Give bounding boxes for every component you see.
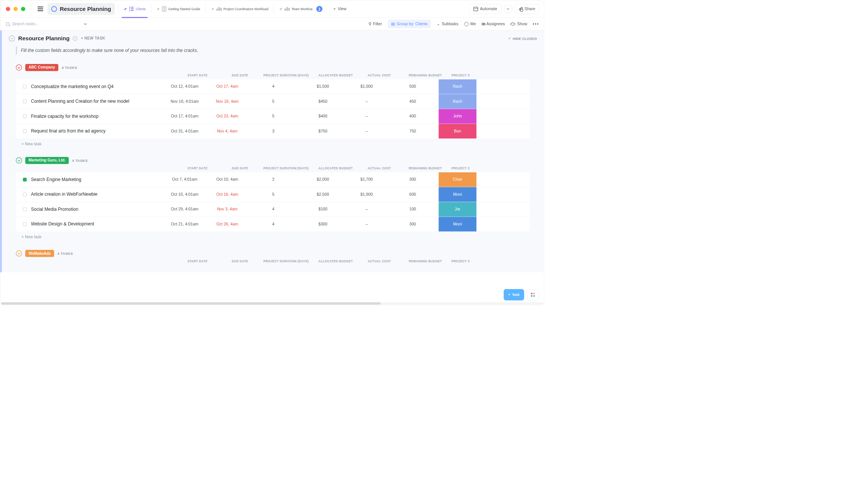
remaining-budget[interactable]: 500 <box>387 84 439 89</box>
fab-apps[interactable] <box>527 289 539 300</box>
search-wrap[interactable] <box>6 21 86 26</box>
maximize-window[interactable] <box>21 7 25 11</box>
menu-toggle[interactable] <box>35 4 46 14</box>
table-row[interactable]: Finalize capacity for the workshop Oct 1… <box>16 109 530 124</box>
start-date[interactable]: Oct 29, 4:01am <box>162 207 207 212</box>
group-name[interactable]: ABC Company <box>25 64 58 71</box>
col-4[interactable]: ALLOCATED BUDGET <box>312 73 359 77</box>
section-collapse[interactable] <box>9 35 15 41</box>
task-checkbox[interactable] <box>23 222 27 226</box>
content-scroll[interactable]: Resource Planning i + NEW TASK ✓HIDE CLO… <box>0 30 544 305</box>
due-date[interactable]: Oct 26, 4am <box>207 222 248 227</box>
actual-cost[interactable]: $1,900 <box>347 192 387 197</box>
actual-cost[interactable]: – <box>347 129 387 134</box>
allocated-budget[interactable]: $300 <box>299 222 346 227</box>
page-title-chip[interactable]: Resource Planning <box>47 3 115 15</box>
actual-cost[interactable]: $1,000 <box>347 84 387 89</box>
group-collapse[interactable] <box>16 64 22 70</box>
col-2[interactable]: DUE DATE <box>220 73 260 77</box>
subtasks-button[interactable]: ⌄Subtasks <box>437 21 458 26</box>
start-date[interactable]: Oct 21, 4:01am <box>162 222 207 227</box>
task-checkbox[interactable] <box>23 114 27 118</box>
col-3[interactable]: PROJECT DURATION (DAYS) <box>260 166 312 170</box>
automate-dropdown[interactable] <box>504 5 512 13</box>
actual-cost[interactable]: – <box>347 222 387 227</box>
actual-cost[interactable]: – <box>347 114 387 119</box>
task-name[interactable]: Website Design & Development <box>31 221 94 227</box>
task-checkbox[interactable] <box>23 85 27 88</box>
start-date[interactable]: Oct 17, 4:01am <box>162 114 207 119</box>
col-3[interactable]: PROJECT DURATION (DAYS) <box>260 73 312 77</box>
start-date[interactable]: Oct 10, 4:01am <box>162 192 207 197</box>
project-owner[interactable]: Rach <box>439 94 476 109</box>
remaining-budget[interactable]: 300 <box>387 222 439 227</box>
remaining-budget[interactable]: 450 <box>387 99 439 104</box>
col-6[interactable]: REMAINING BUDGET <box>399 259 451 263</box>
remaining-budget[interactable]: 600 <box>387 192 439 197</box>
project-owner[interactable]: Jar <box>439 202 476 217</box>
remaining-budget[interactable]: 400 <box>387 114 439 119</box>
due-date[interactable]: Nov 16, 4am <box>207 99 248 104</box>
table-row[interactable]: Conceptualize the marketing event on Q4 … <box>16 79 530 94</box>
col-3[interactable]: PROJECT DURATION (DAYS) <box>260 259 312 263</box>
search-input[interactable] <box>12 21 55 26</box>
actual-cost[interactable]: – <box>347 207 387 212</box>
tab-coordinators-workload[interactable]: Project Coordinators Workload <box>209 0 270 17</box>
table-row[interactable]: Content Planning and Creation for the ne… <box>16 94 530 109</box>
remaining-budget[interactable]: 750 <box>387 129 439 134</box>
project-owner[interactable]: Moni <box>439 217 476 231</box>
col-6[interactable]: REMAINING BUDGET <box>399 166 451 170</box>
start-date[interactable]: Oct 12, 4:01am <box>162 84 207 89</box>
groupby-button[interactable]: ▤Group by: Clients <box>388 20 431 28</box>
remaining-budget[interactable]: 100 <box>387 207 439 212</box>
col-1[interactable]: START DATE <box>175 259 220 263</box>
allocated-budget[interactable]: $100 <box>299 207 346 212</box>
table-row[interactable]: Request final arts from the ad agency Oc… <box>16 124 530 138</box>
task-name[interactable]: Conceptualize the marketing event on Q4 <box>31 84 113 90</box>
due-date[interactable]: Oct 10, 4am <box>207 177 248 182</box>
tab-getting-started[interactable]: Getting Started Guide <box>154 0 202 17</box>
actual-cost[interactable]: $1,700 <box>347 177 387 182</box>
task-checkbox[interactable] <box>23 193 27 196</box>
col-2[interactable]: DUE DATE <box>220 259 260 263</box>
allocated-budget[interactable]: $400 <box>299 114 346 119</box>
task-checkbox[interactable] <box>23 207 27 211</box>
project-owner[interactable]: Moni <box>439 187 476 202</box>
col-6[interactable]: REMAINING BUDGET <box>399 73 451 77</box>
project-owner[interactable]: Chan <box>439 172 476 187</box>
col-7[interactable]: PROJECT C <box>451 166 489 170</box>
task-name[interactable]: Social Media Promotion <box>31 206 78 213</box>
new-task-row[interactable]: + New task <box>16 138 530 150</box>
due-date[interactable]: Oct 16, 4am <box>207 192 248 197</box>
allocated-budget[interactable]: $1,500 <box>299 84 346 89</box>
table-row[interactable]: Search Engine Marketing Oct 7, 4:01am Oc… <box>16 172 530 187</box>
duration[interactable]: 5 <box>247 99 299 104</box>
group-collapse[interactable] <box>16 250 22 256</box>
col-4[interactable]: ALLOCATED BUDGET <box>312 166 359 170</box>
col-2[interactable]: DUE DATE <box>220 166 260 170</box>
actual-cost[interactable]: – <box>347 99 387 104</box>
due-date[interactable]: Nov 3, 4am <box>207 207 248 212</box>
add-view-button[interactable]: + View <box>329 4 350 14</box>
col-7[interactable]: PROJECT C <box>451 259 489 263</box>
allocated-budget[interactable]: $450 <box>299 99 346 104</box>
col-1[interactable]: START DATE <box>175 166 220 170</box>
window-controls[interactable] <box>6 7 25 11</box>
project-owner[interactable]: Rach <box>439 79 476 94</box>
due-date[interactable]: Nov 4, 4am <box>207 129 248 134</box>
table-row[interactable]: Social Media Promotion Oct 29, 4:01am No… <box>16 202 530 217</box>
search-dropdown[interactable] <box>84 22 87 25</box>
group-name[interactable]: Marketing Guru, Ltd. <box>25 157 69 164</box>
new-task-button[interactable]: + NEW TASK <box>81 37 105 41</box>
table-row[interactable]: Article creation in WebForNewbie Oct 10,… <box>16 187 530 202</box>
horizontal-scrollbar[interactable] <box>1 302 543 304</box>
allocated-budget[interactable]: $2,000 <box>299 177 346 182</box>
allocated-budget[interactable]: $750 <box>299 129 346 134</box>
minimize-window[interactable] <box>14 7 18 11</box>
group-name[interactable]: WeMakeAds <box>25 250 54 257</box>
filter-button[interactable]: ⚲Filter <box>368 21 382 26</box>
task-checkbox[interactable] <box>23 100 27 103</box>
duration[interactable]: 4 <box>247 222 299 227</box>
due-date[interactable]: Oct 17, 4am <box>207 84 248 89</box>
start-date[interactable]: Nov 10, 4:01am <box>162 99 207 104</box>
